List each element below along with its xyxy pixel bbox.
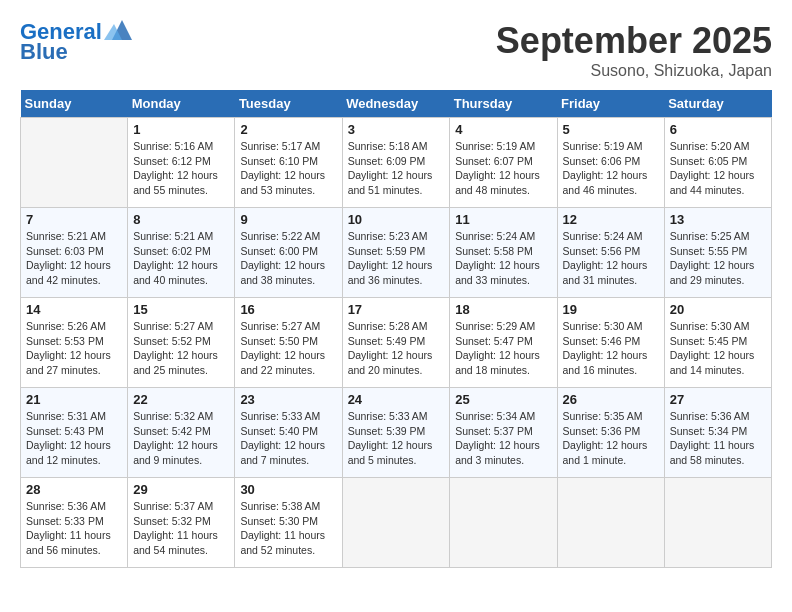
day-detail: Sunrise: 5:20 AM Sunset: 6:05 PM Dayligh… (670, 139, 766, 198)
calendar-cell: 22Sunrise: 5:32 AM Sunset: 5:42 PM Dayli… (128, 388, 235, 478)
page-header: General Blue September 2025 Susono, Shiz… (20, 20, 772, 80)
day-number: 15 (133, 302, 229, 317)
day-number: 27 (670, 392, 766, 407)
calendar-cell: 12Sunrise: 5:24 AM Sunset: 5:56 PM Dayli… (557, 208, 664, 298)
day-detail: Sunrise: 5:24 AM Sunset: 5:56 PM Dayligh… (563, 229, 659, 288)
header-thursday: Thursday (450, 90, 557, 118)
calendar-cell (342, 478, 450, 568)
calendar-table: SundayMondayTuesdayWednesdayThursdayFrid… (20, 90, 772, 568)
day-detail: Sunrise: 5:26 AM Sunset: 5:53 PM Dayligh… (26, 319, 122, 378)
header-sunday: Sunday (21, 90, 128, 118)
calendar-cell: 7Sunrise: 5:21 AM Sunset: 6:03 PM Daylig… (21, 208, 128, 298)
day-detail: Sunrise: 5:27 AM Sunset: 5:52 PM Dayligh… (133, 319, 229, 378)
header-wednesday: Wednesday (342, 90, 450, 118)
day-number: 30 (240, 482, 336, 497)
day-number: 5 (563, 122, 659, 137)
calendar-cell: 17Sunrise: 5:28 AM Sunset: 5:49 PM Dayli… (342, 298, 450, 388)
day-number: 26 (563, 392, 659, 407)
day-number: 1 (133, 122, 229, 137)
day-detail: Sunrise: 5:24 AM Sunset: 5:58 PM Dayligh… (455, 229, 551, 288)
day-detail: Sunrise: 5:30 AM Sunset: 5:45 PM Dayligh… (670, 319, 766, 378)
day-detail: Sunrise: 5:37 AM Sunset: 5:32 PM Dayligh… (133, 499, 229, 558)
day-number: 12 (563, 212, 659, 227)
day-detail: Sunrise: 5:36 AM Sunset: 5:34 PM Dayligh… (670, 409, 766, 468)
calendar-cell: 19Sunrise: 5:30 AM Sunset: 5:46 PM Dayli… (557, 298, 664, 388)
day-detail: Sunrise: 5:21 AM Sunset: 6:03 PM Dayligh… (26, 229, 122, 288)
calendar-cell: 20Sunrise: 5:30 AM Sunset: 5:45 PM Dayli… (664, 298, 771, 388)
day-number: 28 (26, 482, 122, 497)
month-title: September 2025 (496, 20, 772, 62)
calendar-cell: 25Sunrise: 5:34 AM Sunset: 5:37 PM Dayli… (450, 388, 557, 478)
calendar-week-5: 28Sunrise: 5:36 AM Sunset: 5:33 PM Dayli… (21, 478, 772, 568)
day-number: 24 (348, 392, 445, 407)
calendar-week-3: 14Sunrise: 5:26 AM Sunset: 5:53 PM Dayli… (21, 298, 772, 388)
day-detail: Sunrise: 5:23 AM Sunset: 5:59 PM Dayligh… (348, 229, 445, 288)
calendar-cell: 6Sunrise: 5:20 AM Sunset: 6:05 PM Daylig… (664, 118, 771, 208)
calendar-cell: 3Sunrise: 5:18 AM Sunset: 6:09 PM Daylig… (342, 118, 450, 208)
day-number: 2 (240, 122, 336, 137)
day-number: 6 (670, 122, 766, 137)
day-detail: Sunrise: 5:31 AM Sunset: 5:43 PM Dayligh… (26, 409, 122, 468)
logo: General Blue (20, 20, 136, 64)
calendar-cell: 21Sunrise: 5:31 AM Sunset: 5:43 PM Dayli… (21, 388, 128, 478)
calendar-cell: 14Sunrise: 5:26 AM Sunset: 5:53 PM Dayli… (21, 298, 128, 388)
calendar-cell: 26Sunrise: 5:35 AM Sunset: 5:36 PM Dayli… (557, 388, 664, 478)
day-number: 19 (563, 302, 659, 317)
calendar-week-4: 21Sunrise: 5:31 AM Sunset: 5:43 PM Dayli… (21, 388, 772, 478)
day-detail: Sunrise: 5:27 AM Sunset: 5:50 PM Dayligh… (240, 319, 336, 378)
header-saturday: Saturday (664, 90, 771, 118)
day-number: 17 (348, 302, 445, 317)
day-detail: Sunrise: 5:34 AM Sunset: 5:37 PM Dayligh… (455, 409, 551, 468)
calendar-week-1: 1Sunrise: 5:16 AM Sunset: 6:12 PM Daylig… (21, 118, 772, 208)
calendar-cell: 27Sunrise: 5:36 AM Sunset: 5:34 PM Dayli… (664, 388, 771, 478)
calendar-cell: 29Sunrise: 5:37 AM Sunset: 5:32 PM Dayli… (128, 478, 235, 568)
title-block: September 2025 Susono, Shizuoka, Japan (496, 20, 772, 80)
calendar-cell: 11Sunrise: 5:24 AM Sunset: 5:58 PM Dayli… (450, 208, 557, 298)
day-detail: Sunrise: 5:30 AM Sunset: 5:46 PM Dayligh… (563, 319, 659, 378)
day-detail: Sunrise: 5:29 AM Sunset: 5:47 PM Dayligh… (455, 319, 551, 378)
day-number: 7 (26, 212, 122, 227)
day-number: 13 (670, 212, 766, 227)
logo-icon (104, 16, 136, 44)
day-number: 18 (455, 302, 551, 317)
calendar-cell: 30Sunrise: 5:38 AM Sunset: 5:30 PM Dayli… (235, 478, 342, 568)
calendar-cell: 18Sunrise: 5:29 AM Sunset: 5:47 PM Dayli… (450, 298, 557, 388)
day-number: 4 (455, 122, 551, 137)
day-number: 8 (133, 212, 229, 227)
calendar-cell: 8Sunrise: 5:21 AM Sunset: 6:02 PM Daylig… (128, 208, 235, 298)
day-number: 22 (133, 392, 229, 407)
calendar-cell: 13Sunrise: 5:25 AM Sunset: 5:55 PM Dayli… (664, 208, 771, 298)
day-detail: Sunrise: 5:19 AM Sunset: 6:06 PM Dayligh… (563, 139, 659, 198)
day-detail: Sunrise: 5:21 AM Sunset: 6:02 PM Dayligh… (133, 229, 229, 288)
calendar-cell (21, 118, 128, 208)
day-number: 3 (348, 122, 445, 137)
day-detail: Sunrise: 5:36 AM Sunset: 5:33 PM Dayligh… (26, 499, 122, 558)
day-number: 14 (26, 302, 122, 317)
calendar-cell (450, 478, 557, 568)
location-subtitle: Susono, Shizuoka, Japan (496, 62, 772, 80)
calendar-cell: 23Sunrise: 5:33 AM Sunset: 5:40 PM Dayli… (235, 388, 342, 478)
day-number: 23 (240, 392, 336, 407)
day-detail: Sunrise: 5:32 AM Sunset: 5:42 PM Dayligh… (133, 409, 229, 468)
day-detail: Sunrise: 5:16 AM Sunset: 6:12 PM Dayligh… (133, 139, 229, 198)
day-number: 20 (670, 302, 766, 317)
calendar-cell: 2Sunrise: 5:17 AM Sunset: 6:10 PM Daylig… (235, 118, 342, 208)
calendar-cell (557, 478, 664, 568)
calendar-cell: 4Sunrise: 5:19 AM Sunset: 6:07 PM Daylig… (450, 118, 557, 208)
calendar-cell: 1Sunrise: 5:16 AM Sunset: 6:12 PM Daylig… (128, 118, 235, 208)
calendar-cell: 16Sunrise: 5:27 AM Sunset: 5:50 PM Dayli… (235, 298, 342, 388)
day-number: 29 (133, 482, 229, 497)
calendar-cell (664, 478, 771, 568)
calendar-cell: 28Sunrise: 5:36 AM Sunset: 5:33 PM Dayli… (21, 478, 128, 568)
calendar-week-2: 7Sunrise: 5:21 AM Sunset: 6:03 PM Daylig… (21, 208, 772, 298)
day-number: 25 (455, 392, 551, 407)
calendar-cell: 9Sunrise: 5:22 AM Sunset: 6:00 PM Daylig… (235, 208, 342, 298)
day-number: 21 (26, 392, 122, 407)
day-detail: Sunrise: 5:22 AM Sunset: 6:00 PM Dayligh… (240, 229, 336, 288)
header-monday: Monday (128, 90, 235, 118)
day-detail: Sunrise: 5:33 AM Sunset: 5:39 PM Dayligh… (348, 409, 445, 468)
day-detail: Sunrise: 5:28 AM Sunset: 5:49 PM Dayligh… (348, 319, 445, 378)
calendar-cell: 24Sunrise: 5:33 AM Sunset: 5:39 PM Dayli… (342, 388, 450, 478)
day-detail: Sunrise: 5:33 AM Sunset: 5:40 PM Dayligh… (240, 409, 336, 468)
day-detail: Sunrise: 5:35 AM Sunset: 5:36 PM Dayligh… (563, 409, 659, 468)
